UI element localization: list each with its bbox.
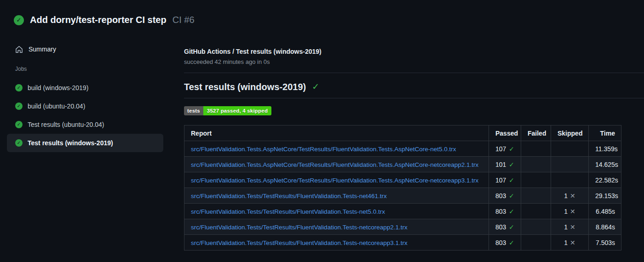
divider	[184, 73, 644, 73]
report-cell: src/FluentValidation.Tests.AspNetCore/Te…	[184, 172, 489, 188]
run-success-check-circle-icon: ✓	[14, 15, 24, 25]
passed-cell: 107✓	[489, 141, 521, 157]
skipped-x-icon: ✕	[570, 239, 575, 246]
report-link[interactable]: src/FluentValidation.Tests.AspNetCore/Te…	[191, 146, 456, 153]
passed-cell: 803✓	[489, 219, 521, 235]
workflow-run-page: ✓ Add dorny/test-reporter CI step CI #6 …	[0, 0, 644, 262]
passed-check-icon: ✓	[509, 161, 514, 168]
passed-cell: 803✓	[489, 204, 521, 219]
table-row: src/FluentValidation.Tests.AspNetCore/Te…	[184, 141, 621, 157]
section-title-text: Test results (windows-2019)	[184, 81, 306, 92]
passed-cell: 803✓	[489, 235, 521, 251]
skipped-cell: 1✕	[551, 188, 589, 204]
tests-badge: tests 3527 passed, 4 skipped	[184, 106, 271, 115]
column-header-failed: Failed	[521, 125, 551, 141]
check-circle-icon: ✓	[15, 121, 23, 128]
sidebar-job-item[interactable]: ✓ build (windows-2019)	[7, 79, 163, 97]
content-layout: Summary Jobs ✓ build (windows-2019) ✓ bu…	[0, 44, 644, 251]
table-header-row: Report Passed Failed Skipped Time	[184, 125, 621, 141]
section-check-icon: ✓	[312, 81, 319, 92]
sidebar-job-item[interactable]: ✓ Test results (ubuntu-20.04)	[7, 115, 163, 134]
report-cell: src/FluentValidation.Tests/TestResults/F…	[184, 188, 489, 204]
check-circle-icon: ✓	[15, 84, 23, 91]
passed-check-icon: ✓	[509, 192, 514, 199]
failed-cell	[521, 204, 551, 219]
column-header-time: Time	[589, 125, 621, 141]
time-cell: 14.625s	[589, 157, 621, 172]
time-cell: 7.503s	[589, 235, 621, 251]
skipped-x-icon: ✕	[570, 208, 575, 215]
run-header: ✓ Add dorny/test-reporter CI step CI #6	[0, 0, 644, 25]
failed-cell	[521, 157, 551, 172]
run-number: CI #6	[172, 15, 195, 25]
check-circle-icon: ✓	[15, 139, 23, 147]
time-cell: 6.485s	[589, 204, 621, 219]
time-cell: 29.153s	[589, 188, 621, 204]
table-row: src/FluentValidation.Tests/TestResults/F…	[184, 219, 621, 235]
skipped-cell	[551, 157, 589, 172]
skipped-x-icon: ✕	[570, 223, 575, 231]
sidebar-job-item[interactable]: ✓ build (ubuntu-20.04)	[7, 97, 163, 115]
test-results-table: Report Passed Failed Skipped Time src/Fl…	[184, 125, 621, 251]
column-header-passed: Passed	[489, 125, 521, 141]
job-label: build (ubuntu-20.04)	[28, 103, 85, 110]
tests-badge-label: tests	[184, 106, 203, 115]
status-line: succeeded 42 minutes ago in 0s	[184, 58, 644, 65]
table-row: src/FluentValidation.Tests.AspNetCore/Te…	[184, 172, 621, 188]
summary-label: Summary	[29, 46, 56, 53]
table-row: src/FluentValidation.Tests/TestResults/F…	[184, 235, 621, 251]
sidebar-item-summary[interactable]: Summary	[15, 44, 184, 55]
table-row: src/FluentValidation.Tests/TestResults/F…	[184, 204, 621, 219]
page-title: Add dorny/test-reporter CI step	[30, 15, 167, 25]
table-row: src/FluentValidation.Tests/TestResults/F…	[184, 188, 621, 204]
time-cell: 8.864s	[589, 219, 621, 235]
skipped-cell	[551, 141, 589, 157]
skipped-x-icon: ✕	[570, 192, 575, 199]
main-panel: GitHub Actions / Test results (windows-2…	[184, 44, 644, 251]
passed-cell: 803✓	[489, 188, 521, 204]
report-link[interactable]: src/FluentValidation.Tests/TestResults/F…	[191, 224, 408, 231]
report-link[interactable]: src/FluentValidation.Tests.AspNetCore/Te…	[191, 177, 478, 184]
report-cell: src/FluentValidation.Tests.AspNetCore/Te…	[184, 141, 489, 157]
time-cell: 11.359s	[589, 141, 621, 157]
passed-check-icon: ✓	[509, 208, 514, 215]
passed-check-icon: ✓	[509, 145, 514, 153]
sidebar-job-item[interactable]: ✓ Test results (windows-2019)	[7, 134, 163, 152]
report-cell: src/FluentValidation.Tests/TestResults/F…	[184, 235, 489, 251]
report-link[interactable]: src/FluentValidation.Tests/TestResults/F…	[191, 239, 408, 246]
report-cell: src/FluentValidation.Tests.AspNetCore/Te…	[184, 157, 489, 172]
report-cell: src/FluentValidation.Tests/TestResults/F…	[184, 219, 489, 235]
skipped-cell: 1✕	[551, 204, 589, 219]
failed-cell	[521, 219, 551, 235]
skipped-cell: 1✕	[551, 235, 589, 251]
tests-badge-value: 3527 passed, 4 skipped	[203, 106, 271, 115]
home-icon	[15, 46, 23, 53]
passed-cell: 107✓	[489, 172, 521, 188]
report-link[interactable]: src/FluentValidation.Tests/TestResults/F…	[191, 193, 387, 199]
check-run-title: GitHub Actions / Test results (windows-2…	[184, 48, 644, 55]
table-row: src/FluentValidation.Tests.AspNetCore/Te…	[184, 157, 621, 172]
job-label: Test results (ubuntu-20.04)	[28, 121, 104, 128]
column-header-skipped: Skipped	[551, 125, 589, 141]
skipped-cell: 1✕	[551, 219, 589, 235]
passed-check-icon: ✓	[509, 239, 514, 246]
sidebar: Summary Jobs ✓ build (windows-2019) ✓ bu…	[0, 44, 184, 251]
jobs-list: ✓ build (windows-2019) ✓ build (ubuntu-2…	[7, 79, 163, 152]
passed-check-icon: ✓	[509, 223, 514, 231]
failed-cell	[521, 235, 551, 251]
report-link[interactable]: src/FluentValidation.Tests.AspNetCore/Te…	[191, 161, 478, 168]
failed-cell	[521, 141, 551, 157]
jobs-section-label: Jobs	[15, 66, 184, 72]
report-cell: src/FluentValidation.Tests/TestResults/F…	[184, 204, 489, 219]
report-link[interactable]: src/FluentValidation.Tests/TestResults/F…	[191, 208, 385, 215]
passed-cell: 101✓	[489, 157, 521, 172]
failed-cell	[521, 172, 551, 188]
job-label: build (windows-2019)	[28, 84, 88, 91]
time-cell: 22.582s	[589, 172, 621, 188]
column-header-report: Report	[184, 125, 489, 141]
job-label: Test results (windows-2019)	[28, 139, 113, 147]
skipped-cell	[551, 172, 589, 188]
failed-cell	[521, 188, 551, 204]
passed-check-icon: ✓	[509, 177, 514, 184]
check-circle-icon: ✓	[15, 103, 23, 110]
